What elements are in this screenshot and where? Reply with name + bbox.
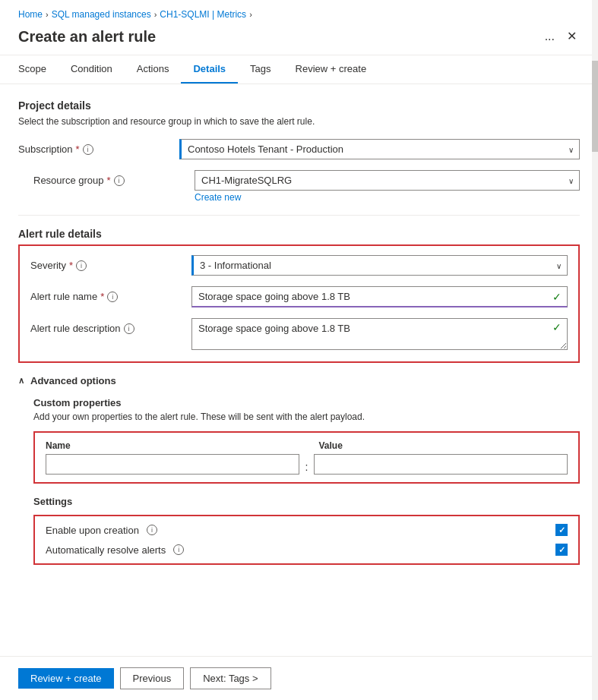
custom-property-value-input[interactable] [314,454,568,475]
resource-group-select[interactable]: CH1-MigrateSQLRG [195,170,580,191]
name-input-col [46,454,299,475]
alert-rule-description-wrapper: Storage space going above 1.8 TB ✓ [191,318,568,352]
resource-group-label: Resource group * i [33,170,185,186]
severity-label: Severity * i [30,255,182,271]
alert-rule-description-label: Alert rule description i [30,318,182,334]
severity-required: * [69,260,73,271]
breadcrumb-chevron-2: › [154,10,157,19]
advanced-options-toggle[interactable]: ∧ Advanced options [18,375,580,386]
alert-rule-description-row: Alert rule description i Storage space g… [30,318,568,352]
custom-properties-title: Custom properties [33,397,580,408]
subscription-required: * [76,143,80,155]
breadcrumb-chevron-1: › [46,10,49,19]
colon-separator: : [305,456,308,473]
breadcrumb-home[interactable]: Home [18,9,43,20]
project-details-subtitle: Select the subscription and resource gro… [18,116,580,127]
alert-rule-details-title: Alert rule details [18,228,580,240]
next-tags-button[interactable]: Next: Tags > [190,667,271,689]
tab-actions[interactable]: Actions [125,55,182,84]
name-value-header-row: Name Value [46,440,568,454]
main-panel: Home › SQL managed instances › CH1-SQLMI… [0,0,598,700]
alert-rule-name-required: * [100,291,104,302]
breadcrumb-sql[interactable]: SQL managed instances [52,9,151,20]
custom-property-name-input[interactable] [46,454,299,475]
scrollbar-thumb[interactable] [592,61,598,152]
resource-group-control: CH1-MigrateSQLRG ∨ Create new [195,170,580,203]
severity-select[interactable]: 3 - Informational 0 - Critical 1 - Error… [191,255,568,276]
close-button[interactable]: ✕ [564,27,580,46]
severity-select-wrapper: 3 - Informational 0 - Critical 1 - Error… [191,255,568,276]
custom-properties-section: Custom properties Add your own propertie… [18,397,580,565]
alert-rule-description-check-icon: ✓ [552,321,562,333]
tab-tags[interactable]: Tags [238,55,283,84]
resource-group-info-icon[interactable]: i [114,175,125,186]
panel-title: Create an alert rule [18,28,536,46]
enable-upon-creation-label: Enable upon creation [46,525,139,536]
subscription-info-icon[interactable]: i [83,144,93,155]
advanced-options-label: Advanced options [30,375,116,386]
resource-group-row: Resource group * i CH1-MigrateSQLRG ∨ Cr… [18,170,580,203]
subscription-select-wrapper: Contoso Hotels Tenant - Production ∨ [179,139,580,159]
alert-rule-name-label: Alert rule name * i [30,286,182,302]
project-details-title: Project details [18,99,580,112]
auto-resolve-row: Automatically resolve alerts i [46,544,568,556]
footer: Review + create Previous Next: Tags > [0,656,598,700]
alert-rule-description-input[interactable]: Storage space going above 1.8 TB [191,318,568,350]
divider-1 [18,215,580,216]
tab-details[interactable]: Details [181,55,238,84]
scrollbar-track [592,0,598,700]
custom-properties-box: Name Value : [33,431,580,484]
tab-condition[interactable]: Condition [59,55,125,84]
tab-bar: Scope Condition Actions Details Tags Rev… [0,55,598,84]
value-col-header: Value [319,440,568,454]
alert-rule-description-info-icon[interactable]: i [124,323,134,334]
alert-rule-name-check-icon: ✓ [552,291,562,303]
severity-row: Severity * i 3 - Informational 0 - Criti… [30,255,568,276]
alert-rule-name-row: Alert rule name * i ✓ [30,286,568,307]
create-new-link[interactable]: Create new [195,192,580,203]
name-value-input-row: : [46,454,568,475]
severity-info-icon[interactable]: i [76,260,87,271]
value-column-label: Value [319,440,568,451]
menu-button[interactable]: ... [542,27,558,46]
tab-review-create[interactable]: Review + create [283,55,379,84]
previous-button[interactable]: Previous [120,667,185,689]
alert-rule-name-wrapper: ✓ [191,286,568,307]
content-area: Project details Select the subscription … [0,84,598,656]
subscription-select[interactable]: Contoso Hotels Tenant - Production [179,139,580,159]
auto-resolve-info-icon[interactable]: i [173,544,184,555]
breadcrumb: Home › SQL managed instances › CH1-SQLMI… [0,0,598,24]
advanced-chevron-icon: ∧ [18,376,24,386]
settings-box: Enable upon creation i Automatically res… [33,515,580,565]
enable-upon-creation-row: Enable upon creation i [46,524,568,536]
name-col-header: Name [46,440,295,454]
enable-upon-creation-info-icon[interactable]: i [147,525,157,535]
alert-rule-name-input[interactable] [191,286,568,307]
review-create-button[interactable]: Review + create [18,668,114,689]
resource-group-required: * [107,175,111,186]
enable-upon-creation-checkbox[interactable] [555,524,568,536]
auto-resolve-label: Automatically resolve alerts [46,544,166,556]
resource-group-select-wrapper: CH1-MigrateSQLRG ∨ [195,170,580,191]
custom-properties-subtitle: Add your own properties to the alert rul… [33,411,580,422]
subscription-row: Subscription * i Contoso Hotels Tenant -… [18,139,580,159]
subscription-label: Subscription * i [18,139,170,155]
tab-scope[interactable]: Scope [18,55,59,84]
panel-header: Create an alert rule ... ✕ [0,24,598,55]
name-column-label: Name [46,440,295,451]
settings-title: Settings [33,496,580,507]
breadcrumb-chevron-3: › [249,10,252,19]
value-input-col [314,454,568,475]
auto-resolve-checkbox[interactable] [555,544,568,556]
alert-rule-name-info-icon[interactable]: i [107,292,118,302]
alert-rule-details-box: Severity * i 3 - Informational 0 - Criti… [18,244,580,363]
breadcrumb-metrics[interactable]: CH1-SQLMI | Metrics [160,9,246,20]
